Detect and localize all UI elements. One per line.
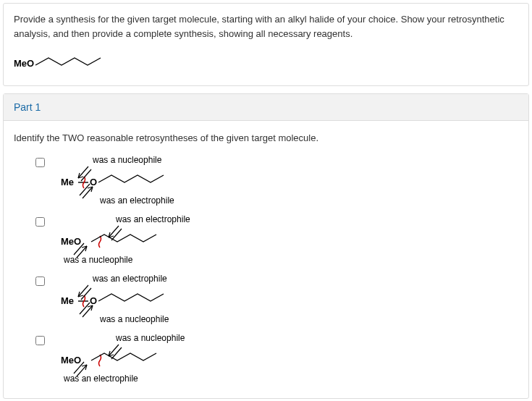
upper-role-label: was a nucleophile xyxy=(116,333,185,343)
svg-text:Me: Me xyxy=(61,177,74,187)
part-header: Part 1 xyxy=(4,94,528,121)
lower-role-label: was an electrophile xyxy=(100,195,174,206)
option-row: was a nucleophile MeO was an electrophil… xyxy=(14,333,518,384)
svg-text:MeO: MeO xyxy=(61,355,81,366)
option-checkbox[interactable] xyxy=(35,217,45,227)
upper-role-label: was an electrophile xyxy=(93,274,167,284)
lower-role-label: was a nucleophile xyxy=(100,314,169,324)
option-checkbox[interactable] xyxy=(35,158,45,167)
question-prompt-card: Provide a synthesis for the given target… xyxy=(3,3,529,86)
svg-text:MeO: MeO xyxy=(61,236,81,247)
meo-label: MeO xyxy=(14,58,34,69)
svg-text:O: O xyxy=(90,295,97,306)
part-instruction: Identify the TWO reasonable retrosynthes… xyxy=(14,131,518,145)
target-molecule: MeO xyxy=(14,51,115,77)
prompt-text: Provide a synthesis for the given target… xyxy=(14,12,518,41)
option-diagram: was an electrophile MeO was a nucleophil… xyxy=(56,214,230,265)
part-body: Identify the TWO reasonable retrosynthes… xyxy=(4,121,528,399)
option-row: was an electrophile MeO was a nucleophil… xyxy=(14,274,518,324)
option-checkbox[interactable] xyxy=(35,277,45,286)
svg-text:Me: Me xyxy=(61,295,74,306)
lower-role-label: was a nucleophile xyxy=(64,255,132,265)
option-diagram: was a nucleophile MeO was an electrophil… xyxy=(56,155,230,206)
upper-role-label: was an electrophile xyxy=(116,214,190,224)
part-card: Part 1 Identify the TWO reasonable retro… xyxy=(3,93,529,400)
option-diagram: was a nucleophile MeO was an electrophil… xyxy=(56,333,230,384)
option-diagram: was an electrophile MeO was a nucleophil… xyxy=(56,274,230,324)
option-row: was an electrophile MeO was a nucleophil… xyxy=(14,214,518,265)
upper-role-label: was a nucleophile xyxy=(93,155,161,165)
svg-text:O: O xyxy=(90,177,97,187)
lower-role-label: was an electrophile xyxy=(64,373,138,384)
option-row: was a nucleophile MeO was an electrophil… xyxy=(14,155,518,206)
option-checkbox[interactable] xyxy=(35,336,45,345)
